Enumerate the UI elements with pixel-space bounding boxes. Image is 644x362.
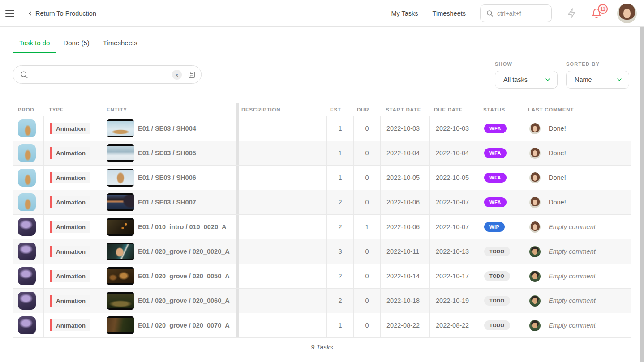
- table-row[interactable]: Animation E01 / 010_intro / 010_0020_A 2…: [13, 214, 631, 239]
- start-date-cell: 2022-10-04: [380, 141, 429, 165]
- clear-filter-button[interactable]: x: [172, 70, 182, 80]
- entity-cell: E01 / 020_grove / 020_0050_A: [103, 264, 236, 288]
- status-cell: WFA: [479, 141, 524, 165]
- task-type-label: Animation: [52, 295, 90, 307]
- save-filter-icon[interactable]: [188, 71, 196, 79]
- task-type-cell: Animation: [43, 166, 103, 190]
- user-avatar[interactable]: [617, 4, 637, 23]
- description-cell: [239, 239, 326, 264]
- start-date-cell: 2022-10-18: [380, 289, 429, 313]
- task-type-cell: Animation: [43, 239, 103, 264]
- status-cell: WFA: [479, 190, 524, 214]
- task-type-badge: Animation: [50, 319, 90, 331]
- column-header-description: DESCRIPTION: [239, 107, 326, 112]
- sort-dropdown[interactable]: Name: [566, 71, 629, 89]
- shot-thumbnail: [107, 119, 134, 137]
- status-badge[interactable]: TODO: [484, 247, 510, 256]
- entity-name-link[interactable]: E01 / 020_grove / 020_0070_A: [138, 322, 230, 329]
- estimation-cell: 2: [326, 190, 353, 214]
- status-badge[interactable]: TODO: [484, 320, 510, 330]
- task-type-badge: Animation: [50, 147, 90, 159]
- entity-name-link[interactable]: E01 / SE03 / SH007: [138, 199, 196, 206]
- estimation-cell: 2: [326, 215, 353, 239]
- shot-thumbnail-frame: [107, 195, 134, 209]
- tab-task-to-do[interactable]: Task to do: [13, 39, 56, 53]
- commenter-avatar: [529, 148, 541, 159]
- entity-name-link[interactable]: E01 / 020_grove / 020_0060_A: [138, 297, 230, 304]
- vertical-scrollbar[interactable]: [640, 27, 644, 362]
- table-row[interactable]: Animation E01 / 020_grove / 020_0020_A 3…: [13, 239, 631, 264]
- nav-my-tasks[interactable]: My Tasks: [391, 10, 418, 17]
- shot-thumbnail-frame: [107, 170, 134, 185]
- entity-cell: E01 / SE03 / SH005: [103, 141, 236, 165]
- chevron-left-icon: [27, 10, 33, 17]
- entity-name-link[interactable]: E01 / 010_intro / 010_0020_A: [138, 223, 227, 230]
- production-thumbnail: [18, 169, 36, 187]
- entity-name-link[interactable]: E01 / SE03 / SH005: [138, 149, 196, 157]
- status-badge[interactable]: WFA: [484, 148, 507, 158]
- status-badge[interactable]: WFA: [484, 173, 507, 183]
- last-comment-text: Empty comment: [549, 223, 596, 230]
- quick-actions-zap-icon[interactable]: [566, 8, 578, 19]
- table-row[interactable]: Animation E01 / 020_grove / 020_0070_A 1…: [13, 313, 631, 337]
- duration-cell: 0: [353, 141, 380, 165]
- column-header-entity: ENTITY: [103, 107, 236, 112]
- global-search-input[interactable]: [497, 10, 544, 17]
- entity-cell: E01 / 020_grove / 020_0060_A: [103, 289, 236, 313]
- page-tabs: Task to do Done (5) Timesheets: [13, 39, 631, 53]
- production-thumbnail: [18, 243, 36, 260]
- tab-done[interactable]: Done (5): [56, 39, 96, 53]
- task-type-cell: Animation: [43, 289, 103, 313]
- return-to-production-link[interactable]: Return To Production: [27, 10, 96, 17]
- tab-timesheets[interactable]: Timesheets: [96, 39, 144, 53]
- entity-name-link[interactable]: E01 / 020_grove / 020_0050_A: [138, 273, 230, 280]
- filter-zone: x SHOW All tasks SORTED BY Name: [0, 53, 644, 103]
- status-badge[interactable]: WFA: [484, 197, 507, 207]
- due-date-cell: 2022-10-17: [429, 264, 479, 288]
- duration-cell: 0: [353, 289, 380, 313]
- status-badge[interactable]: TODO: [484, 271, 510, 281]
- shot-thumbnail-frame: [107, 146, 134, 160]
- table-row[interactable]: Animation E01 / SE03 / SH005 1 0 2022-10…: [13, 141, 631, 165]
- shot-thumbnail: [107, 292, 134, 310]
- column-header-last-comment: LAST COMMENT: [524, 107, 631, 112]
- notifications-bell-icon[interactable]: 11: [591, 8, 602, 19]
- nav-timesheets[interactable]: Timesheets: [433, 10, 466, 17]
- show-filter-dropdown[interactable]: All tasks: [495, 71, 558, 89]
- status-badge[interactable]: WFA: [484, 124, 507, 133]
- entity-name-link[interactable]: E01 / SE03 / SH004: [138, 125, 196, 132]
- tasks-table: PROD TYPE ENTITY DESCRIPTION EST. DUR. S…: [13, 103, 631, 338]
- entity-name-link[interactable]: E01 / 020_grove / 020_0020_A: [138, 248, 230, 255]
- notification-count-badge: 11: [598, 4, 608, 14]
- table-row[interactable]: Animation E01 / 020_grove / 020_0060_A 2…: [13, 288, 631, 313]
- task-type-badge: Animation: [50, 246, 90, 257]
- status-badge[interactable]: WIP: [484, 222, 505, 232]
- shot-thumbnail: [107, 193, 134, 211]
- shot-thumbnail-frame: [107, 220, 134, 234]
- task-count-footer: 9 Tasks: [13, 344, 631, 351]
- task-filter-input[interactable]: [33, 71, 172, 78]
- entity-cell: E01 / 020_grove / 020_0020_A: [103, 239, 236, 264]
- column-header-dur: DUR.: [353, 107, 380, 112]
- due-date-cell: 2022-10-07: [429, 215, 479, 239]
- table-row[interactable]: Animation E01 / SE03 / SH007 2 0 2022-10…: [13, 190, 631, 214]
- status-cell: WFA: [479, 166, 524, 190]
- sorted-by-label: SORTED BY: [566, 61, 600, 67]
- column-header-due-date: DUE DATE: [429, 107, 479, 112]
- search-icon: [486, 9, 494, 17]
- description-cell: [239, 166, 326, 190]
- production-cell: [13, 313, 43, 337]
- entity-name-link[interactable]: E01 / SE03 / SH006: [138, 174, 196, 181]
- table-row[interactable]: Animation E01 / 020_grove / 020_0050_A 2…: [13, 264, 631, 288]
- global-search-box[interactable]: [480, 4, 552, 22]
- table-row[interactable]: Animation E01 / SE03 / SH006 1 0 2022-10…: [13, 165, 631, 190]
- table-row[interactable]: Animation E01 / SE03 / SH004 1 0 2022-10…: [13, 116, 631, 141]
- status-badge[interactable]: TODO: [484, 296, 510, 306]
- production-cell: [13, 215, 43, 239]
- menu-hamburger-icon[interactable]: [5, 10, 14, 17]
- estimation-cell: 1: [326, 166, 353, 190]
- production-cell: [13, 166, 43, 190]
- task-type-label: Animation: [52, 246, 90, 257]
- last-comment-text: Empty comment: [549, 322, 596, 329]
- task-type-cell: Animation: [43, 215, 103, 239]
